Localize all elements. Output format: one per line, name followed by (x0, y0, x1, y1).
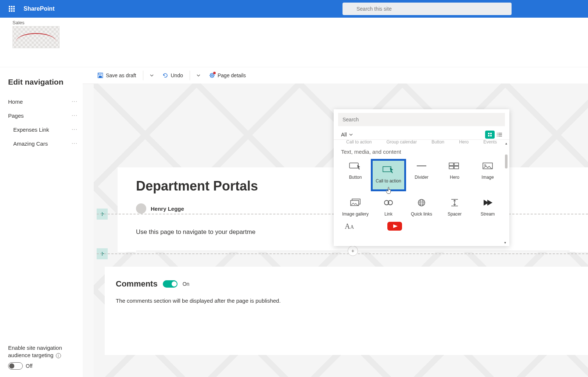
wp-link[interactable]: Link (372, 197, 405, 217)
audience-targeting-toggle[interactable]: Off (8, 362, 78, 370)
main-area: Save as draft Undo Page details (83, 67, 588, 377)
brand-name[interactable]: SharePoint (24, 6, 54, 12)
stream-icon (480, 198, 496, 208)
add-webpart-button[interactable] (136, 251, 570, 251)
nav-title: Edit navigation (8, 78, 78, 86)
app-launcher-icon[interactable] (3, 0, 21, 18)
undo-chevron[interactable] (193, 71, 204, 79)
wp-call-to-action[interactable]: Call to action (372, 160, 405, 190)
list-icon (497, 132, 502, 137)
scroll-down-icon[interactable]: ▾ (504, 241, 506, 245)
button-icon (347, 161, 363, 171)
wp-button[interactable]: Button (339, 160, 372, 190)
wp-text[interactable]: AA (343, 220, 360, 232)
nav-item-amazing-cars[interactable]: Amazing Cars··· (8, 136, 78, 150)
wp-spacer[interactable]: Spacer (438, 197, 471, 217)
nav-item-home[interactable]: Home··· (8, 95, 78, 109)
wp-stream[interactable]: Stream (471, 197, 504, 217)
link-icon (380, 198, 397, 208)
svg-point-25 (484, 164, 486, 166)
quick-links-icon (413, 198, 430, 208)
wp-image-gallery[interactable]: Image gallery (339, 197, 372, 217)
grid-view-button[interactable] (485, 131, 495, 139)
page-details-button[interactable]: Page details (205, 70, 250, 81)
site-name: Sales (12, 20, 588, 25)
youtube-icon (387, 221, 403, 231)
chevron-down-icon (349, 133, 353, 136)
scrollbar-thumb[interactable] (505, 154, 508, 168)
webpart-picker: All Call to action (334, 109, 509, 246)
call-to-action-icon (380, 164, 397, 175)
undo-button[interactable]: Undo (159, 70, 187, 81)
svg-rect-8 (490, 133, 492, 134)
more-icon[interactable]: ··· (72, 112, 78, 119)
svg-rect-20 (449, 163, 453, 166)
svg-point-14 (497, 133, 498, 134)
spacer-icon (447, 198, 463, 208)
wp-youtube[interactable] (386, 220, 404, 232)
svg-rect-10 (490, 135, 492, 136)
grid-icon (488, 132, 492, 137)
svg-rect-9 (488, 135, 490, 136)
divider-icon (413, 161, 430, 171)
comments-heading: Comments (116, 279, 158, 289)
svg-text:A: A (350, 224, 354, 230)
wp-hero[interactable]: Hero (438, 160, 471, 190)
scroll-up-icon[interactable]: ▴ (504, 141, 508, 145)
svg-rect-23 (454, 166, 459, 169)
audience-targeting-label: Enable site navigation audience targetin… (8, 344, 78, 359)
text-icon: AA (343, 221, 359, 231)
wp-image[interactable]: Image (471, 160, 504, 190)
more-icon[interactable]: ··· (72, 126, 78, 133)
svg-point-16 (497, 136, 498, 136)
chevron-down-icon (197, 74, 200, 77)
picker-search-input[interactable] (338, 113, 505, 126)
svg-rect-17 (349, 163, 358, 168)
svg-rect-18 (383, 167, 391, 172)
comments-state: On (183, 281, 190, 287)
svg-point-5 (210, 74, 214, 77)
chevron-down-icon (150, 74, 154, 77)
hero-icon (447, 161, 463, 171)
svg-rect-3 (99, 73, 101, 75)
svg-point-6 (211, 75, 213, 76)
suite-header: SharePoint (0, 0, 588, 18)
picker-category: Text, media, and content (334, 147, 509, 156)
svg-rect-4 (99, 76, 102, 78)
site-search-input[interactable] (343, 3, 512, 15)
notification-dot-icon (213, 72, 216, 74)
comments-note: The comments section will be displayed a… (105, 292, 588, 309)
image-icon (480, 161, 496, 171)
gear-icon (209, 72, 215, 78)
save-icon (97, 72, 103, 78)
picker-peek-row: Call to action Group calendar Button Her… (334, 140, 509, 147)
command-bar: Save as draft Undo Page details (83, 67, 588, 83)
site-logo[interactable] (12, 26, 60, 48)
svg-text:A: A (345, 222, 350, 230)
more-icon[interactable]: ··· (72, 140, 78, 147)
svg-rect-22 (449, 166, 453, 169)
picker-filter[interactable]: All (341, 132, 353, 138)
undo-icon (162, 72, 168, 78)
wp-quick-links[interactable]: Quick links (405, 197, 438, 217)
wp-divider[interactable]: Divider (405, 160, 438, 190)
nav-item-pages[interactable]: Pages··· (8, 109, 78, 122)
site-header: Sales (0, 18, 588, 67)
svg-rect-21 (454, 163, 459, 166)
svg-rect-7 (488, 133, 490, 134)
comments-toggle[interactable] (163, 280, 178, 288)
save-chevron[interactable] (146, 71, 157, 79)
avatar-icon (136, 203, 146, 214)
more-icon[interactable]: ··· (72, 98, 78, 105)
save-draft-button[interactable]: Save as draft (94, 70, 140, 81)
image-gallery-icon (347, 198, 363, 208)
svg-point-15 (497, 134, 498, 135)
nav-item-expenses[interactable]: Expenses Link··· (8, 122, 78, 136)
info-icon[interactable]: i (56, 353, 61, 358)
left-nav: Edit navigation Home··· Pages··· Expense… (0, 67, 83, 377)
list-view-button[interactable] (495, 131, 504, 139)
page-canvas: Department Portals Henry Legge + Use thi… (94, 83, 588, 377)
